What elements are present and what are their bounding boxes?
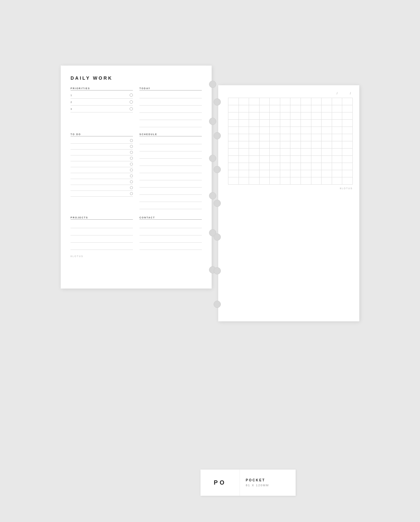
grid-cell-8-10 xyxy=(332,156,342,163)
grid-cell-10-0 xyxy=(228,170,239,177)
grid-cell-7-4 xyxy=(270,149,280,156)
pocket-title: POCKET xyxy=(246,478,265,482)
today-line-3 xyxy=(139,106,202,113)
grid-cell-10-10 xyxy=(332,170,342,177)
grid-cell-9-8 xyxy=(311,163,322,170)
grid-cell-9-10 xyxy=(332,163,342,170)
grid-cell-10-7 xyxy=(301,170,311,177)
projects-contact: PROJECTS CONTACT xyxy=(71,216,202,250)
grid-cell-5-3 xyxy=(259,134,270,141)
grid-cell-5-10 xyxy=(332,134,342,141)
grid-cell-2-2 xyxy=(249,112,260,120)
grid-cell-11-8 xyxy=(311,177,322,185)
todo-circle-2 xyxy=(130,145,133,148)
grid-cell-4-7 xyxy=(301,127,311,134)
grid-cell-2-3 xyxy=(259,112,270,120)
grid-cell-7-10 xyxy=(332,149,342,156)
today-line-4 xyxy=(139,113,202,120)
right-hole-1 xyxy=(214,98,221,106)
grid-cell-3-7 xyxy=(301,120,311,127)
grid-cell-6-5 xyxy=(280,141,290,149)
schedule-line-1 xyxy=(139,138,202,144)
todo-circle-5 xyxy=(130,163,133,166)
grid-cell-1-5 xyxy=(280,105,290,112)
todo-circle-7 xyxy=(130,174,133,177)
contact-col: CONTACT xyxy=(139,216,202,250)
grid-cell-6-7 xyxy=(301,141,311,149)
schedule-line-4 xyxy=(139,159,202,166)
grid-cell-8-0 xyxy=(228,156,239,163)
grid-cell-11-4 xyxy=(270,177,280,185)
todo-row-10 xyxy=(71,191,133,197)
page-title: DAILY WORK xyxy=(71,75,202,81)
right-page: / / 8LOTUS xyxy=(218,85,359,321)
right-hole-6 xyxy=(214,267,221,274)
grid-cell-6-8 xyxy=(311,141,322,149)
grid-cell-7-7 xyxy=(301,149,311,156)
grid-cell-4-11 xyxy=(342,127,353,134)
grid-cell-8-11 xyxy=(342,156,353,163)
po-label: PO xyxy=(214,479,226,486)
grid-cell-6-11 xyxy=(342,141,353,149)
grid-cell-3-5 xyxy=(280,120,290,127)
grid-cell-4-9 xyxy=(322,127,332,134)
priority-circle-3 xyxy=(130,107,133,110)
grid-cell-4-2 xyxy=(249,127,260,134)
grid-cell-5-8 xyxy=(311,134,322,141)
grid-cell-6-9 xyxy=(322,141,332,149)
grid-cell-0-10 xyxy=(332,98,342,105)
grid-cell-0-3 xyxy=(259,98,270,105)
right-hole-5 xyxy=(214,233,221,241)
grid-cell-8-1 xyxy=(239,156,249,163)
todo-row-1 xyxy=(71,138,133,144)
priority-row-2: 2 xyxy=(71,99,133,106)
grid-cell-11-10 xyxy=(332,177,342,185)
grid-cell-7-0 xyxy=(228,149,239,156)
grid-cell-7-1 xyxy=(239,149,249,156)
grid-cell-5-6 xyxy=(290,134,301,141)
grid-cell-2-8 xyxy=(311,112,322,120)
grid-cell-2-9 xyxy=(322,112,332,120)
schedule-line-5 xyxy=(139,167,202,173)
grid-cell-11-6 xyxy=(290,177,301,185)
grid-cell-0-4 xyxy=(270,98,280,105)
grid-cell-7-11 xyxy=(342,149,353,156)
grid-cell-1-4 xyxy=(270,105,280,112)
binder-hole-1 xyxy=(209,81,216,88)
priority-row-1: 1 xyxy=(71,92,133,99)
grid-cell-1-0 xyxy=(228,105,239,112)
priority-num-3: 3 xyxy=(71,108,72,110)
priority-num-2: 2 xyxy=(71,101,72,103)
grid-cell-9-1 xyxy=(239,163,249,170)
grid-cell-1-3 xyxy=(259,105,270,112)
projects-col: PROJECTS xyxy=(71,216,133,250)
grid-cell-6-6 xyxy=(290,141,301,149)
grid-cell-3-8 xyxy=(311,120,322,127)
todo-row-4 xyxy=(71,155,133,161)
binder-holes-left xyxy=(209,66,216,289)
schedule-line-9 xyxy=(139,195,202,202)
grid-cell-9-3 xyxy=(259,163,270,170)
schedule-line-10 xyxy=(139,203,202,209)
contact-line-3 xyxy=(139,235,202,243)
grid-cell-4-4 xyxy=(270,127,280,134)
date-slash1: / xyxy=(337,92,338,95)
right-branding: 8LOTUS xyxy=(228,187,353,190)
right-hole-2 xyxy=(214,132,221,139)
grid-cell-8-5 xyxy=(280,156,290,163)
grid-cell-3-10 xyxy=(332,120,342,127)
grid-cell-1-8 xyxy=(311,105,322,112)
priority-circle-1 xyxy=(130,93,133,97)
binder-hole-3 xyxy=(209,155,216,162)
grid-cell-2-7 xyxy=(301,112,311,120)
todo-row-2 xyxy=(71,144,133,150)
today-line-2 xyxy=(139,99,202,106)
schedule-line-7 xyxy=(139,181,202,188)
grid-cell-8-2 xyxy=(249,156,260,163)
right-hole-4 xyxy=(214,200,221,207)
grid-cell-5-2 xyxy=(249,134,260,141)
grid-cell-6-0 xyxy=(228,141,239,149)
todo-row-6 xyxy=(71,167,133,173)
grid-cell-10-1 xyxy=(239,170,249,177)
grid-cell-1-1 xyxy=(239,105,249,112)
